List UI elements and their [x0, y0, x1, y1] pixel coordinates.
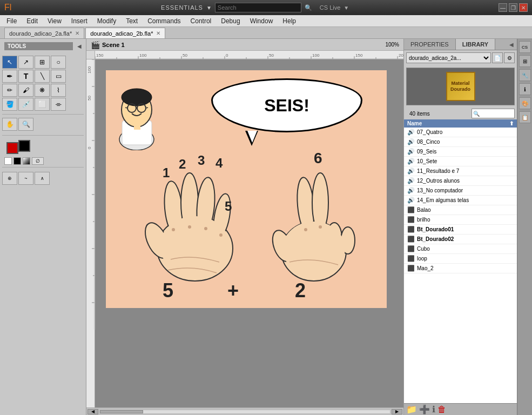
canvas: SEIS!	[106, 70, 387, 308]
lib-props2-btn[interactable]: ℹ	[432, 404, 435, 414]
lib-item-brilho[interactable]: ⬛ brilho	[404, 215, 517, 225]
lib-new-folder-btn[interactable]: 📁	[406, 404, 417, 414]
lib-props-btn[interactable]: ⚙	[504, 52, 515, 63]
tab-2-close[interactable]: ✕	[156, 30, 160, 36]
lib-new-symbol-btn[interactable]: 📄	[492, 52, 503, 63]
tool-eyedropper[interactable]: 💉	[18, 98, 33, 111]
scroll-right-btn[interactable]: ▶	[392, 409, 402, 414]
tab-1-close[interactable]: ✕	[75, 30, 79, 36]
menu-file[interactable]: File	[2, 16, 21, 26]
edge-btn-2[interactable]: ⊞	[519, 55, 531, 67]
menu-insert[interactable]: Insert	[67, 16, 92, 26]
right-edge: CS ⊞ 🔧 ℹ 🎨 📋	[517, 39, 532, 415]
lib-item-13-no-computador[interactable]: 🔊 13_No computador	[404, 186, 517, 196]
svg-text:5: 5	[163, 279, 173, 302]
lib-item-cubo[interactable]: ⬛ Cubo	[404, 244, 517, 254]
lib-item-10-sete[interactable]: 🔊 10_Sete	[404, 157, 517, 166]
symbol-icon: ⬛	[407, 265, 415, 272]
tool-bone[interactable]: ⌇	[51, 84, 66, 97]
tool-rect[interactable]: ▭	[51, 70, 66, 83]
restore-button[interactable]: ❐	[509, 3, 517, 12]
tools-collapse-icon[interactable]: ◀	[75, 43, 84, 49]
panel-collapse-btn[interactable]: ◀	[506, 39, 517, 50]
lib-item-08-cinco[interactable]: 🔊 08_Cinco	[404, 137, 517, 147]
edge-btn-6[interactable]: 📋	[519, 111, 531, 123]
edge-btn-5[interactable]: 🎨	[519, 97, 531, 109]
menu-help[interactable]: Help	[278, 16, 300, 26]
lib-item-bt-dourado02[interactable]: ⬛ Bt_Dourado02	[404, 235, 517, 244]
menu-modify[interactable]: Modify	[93, 16, 120, 26]
tab-file-1[interactable]: dourado_adicao_2a.fla* ✕	[4, 28, 84, 38]
close-button[interactable]: ✕	[519, 3, 528, 12]
svg-line-51	[125, 108, 127, 108]
scroll-thumb[interactable]	[100, 410, 143, 413]
svg-text:100: 100	[139, 53, 147, 58]
tool-hand[interactable]: ✋	[2, 118, 17, 131]
edge-btn-1[interactable]: CS	[519, 41, 531, 53]
tool-text[interactable]: T	[18, 70, 33, 83]
lib-add-btn[interactable]: ➕	[419, 404, 430, 414]
white-color-btn[interactable]	[4, 157, 12, 165]
lib-item-07-quatro[interactable]: 🔊 07_Quatro	[404, 128, 517, 137]
menubar: File Edit View Insert Modify Text Comman…	[0, 15, 532, 27]
tool-line[interactable]: ╲	[35, 70, 50, 83]
menu-control[interactable]: Control	[186, 16, 216, 26]
lib-item-12-outros[interactable]: 🔊 12_Outros alunos	[404, 176, 517, 186]
scroll-left-btn[interactable]: ◀	[87, 409, 98, 414]
no-color-btn[interactable]: ∅	[32, 157, 44, 165]
menu-view[interactable]: View	[43, 16, 66, 26]
scroll-track	[99, 410, 390, 414]
lib-item-balao[interactable]: ⬛ Balao	[404, 205, 517, 215]
menu-edit[interactable]: Edit	[22, 16, 42, 26]
library-select[interactable]: dourado_adicao_2a...	[406, 52, 491, 63]
lib-item-loop[interactable]: ⬛ loop	[404, 254, 517, 264]
audio-icon: 🔊	[407, 187, 415, 194]
tool-smooth[interactable]: ~	[18, 172, 33, 185]
tool-paint-bucket[interactable]: 🪣	[2, 98, 17, 111]
tool-pen[interactable]: ✒	[2, 70, 17, 83]
lib-item-count: 40 items	[406, 110, 472, 118]
tab-properties[interactable]: PROPERTIES	[404, 39, 456, 50]
menu-debug[interactable]: Debug	[217, 16, 244, 26]
black-color-btn[interactable]	[14, 157, 21, 165]
tool-width[interactable]: ⌯	[51, 98, 66, 111]
tool-pencil[interactable]: ✏	[2, 84, 17, 97]
minimize-button[interactable]: —	[499, 3, 507, 12]
stage-area[interactable]: SEIS!	[95, 59, 403, 407]
menu-text[interactable]: Text	[122, 16, 142, 26]
stroke-color-swatch[interactable]	[6, 142, 18, 154]
horizontal-scrollbar[interactable]: ◀ ▶	[86, 407, 403, 415]
lib-item-bt-dourado01[interactable]: ⬛ Bt_Dourado01	[404, 225, 517, 235]
fill-color-swatch[interactable]	[18, 140, 30, 152]
tool-zoom[interactable]: 🔍	[18, 118, 33, 131]
tool-subselect[interactable]: ↗	[18, 56, 33, 69]
lib-item-14-em-algumas[interactable]: 🔊 14_Em algumas telas	[404, 196, 517, 205]
symbol-icon: ⬛	[407, 255, 415, 262]
ruler-horizontal: 150 100 50 0 50 100	[86, 51, 403, 59]
symbol-icon: ⬛	[407, 245, 415, 252]
edge-btn-4[interactable]: ℹ	[519, 83, 531, 95]
tool-eraser[interactable]: ⬜	[35, 98, 50, 111]
lib-item-09-seis[interactable]: 🔊 09_Seis	[404, 147, 517, 157]
tool-lasso[interactable]: ○	[51, 56, 66, 69]
workspace-dropdown-icon[interactable]: ▼	[206, 5, 212, 11]
search-input[interactable]	[215, 3, 301, 12]
lib-search-input[interactable]	[472, 109, 515, 118]
right-panel: PROPERTIES LIBRARY ◀ dourado_adicao_2a..…	[403, 39, 517, 415]
tool-straighten[interactable]: ∧	[35, 172, 50, 185]
lib-delete-btn[interactable]: 🗑	[437, 405, 446, 414]
lib-item-11-resultado[interactable]: 🔊 11_Resultado e 7	[404, 166, 517, 176]
tab-library[interactable]: LIBRARY	[456, 39, 495, 50]
tool-select[interactable]: ↖	[2, 56, 17, 69]
tool-freeform[interactable]: ⊞	[35, 56, 50, 69]
tool-snap[interactable]: ⊕	[2, 172, 17, 185]
tool-deco[interactable]: ❋	[35, 84, 50, 97]
tab-file-2[interactable]: dourado_adicao_2b.fla* ✕	[85, 28, 165, 38]
lib-item-mao[interactable]: ⬛ Mao_2	[404, 264, 517, 273]
cs-live-dropdown-icon[interactable]: ▼	[344, 5, 349, 11]
menu-commands[interactable]: Commands	[143, 16, 185, 26]
edge-btn-3[interactable]: 🔧	[519, 69, 531, 81]
swap-colors-btn[interactable]	[23, 157, 30, 165]
menu-window[interactable]: Window	[246, 16, 278, 26]
tool-brush[interactable]: 🖌	[18, 84, 33, 97]
